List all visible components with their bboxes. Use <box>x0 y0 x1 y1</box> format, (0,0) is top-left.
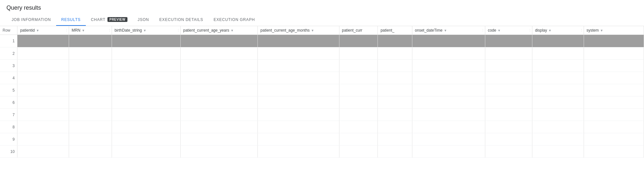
table-cell <box>69 35 112 47</box>
col-header-mrn[interactable]: MRN ▼ ⋮ <box>69 26 112 35</box>
col-header-display[interactable]: display ▼ ⋮ <box>532 26 584 35</box>
table-cell <box>339 133 378 146</box>
table-cell <box>532 146 584 158</box>
table-row: 6 <box>0 96 644 109</box>
table-cell <box>69 96 112 109</box>
sort-icon-patientid: ▼ <box>36 29 39 32</box>
table-cell <box>180 72 257 84</box>
table-cell <box>412 60 485 72</box>
tab-job-information[interactable]: JOB INFORMATION <box>6 14 56 26</box>
table-cell <box>180 35 257 47</box>
col-birthdate-label: birthDate_string <box>115 28 142 33</box>
table-cell <box>532 60 584 72</box>
table-cell <box>485 72 532 84</box>
tab-results[interactable]: RESULTS <box>56 14 86 26</box>
sort-icon-display: ▼ <box>548 29 552 32</box>
col-age-months-label: patient_current_age_months <box>260 28 310 33</box>
table-cell <box>412 47 485 60</box>
table-cell <box>17 133 69 146</box>
table-cell <box>532 121 584 133</box>
sort-icon-age-months: ▼ <box>311 29 314 32</box>
col-onset-label: onset_dateTime <box>415 28 443 33</box>
col-header-system[interactable]: system ▼ <box>584 26 644 35</box>
table-cell <box>378 84 412 96</box>
resize-handle-birthdate[interactable]: ⋮ <box>176 28 178 33</box>
table-cell <box>584 35 644 47</box>
table-cell <box>112 35 180 47</box>
table-cell <box>258 146 339 158</box>
cell-value-block <box>412 35 485 47</box>
sort-icon-age-years: ▼ <box>230 29 234 32</box>
table-cell <box>378 72 412 84</box>
sort-icon-onset: ▼ <box>444 29 447 32</box>
resize-handle-onset[interactable]: ⋮ <box>481 28 482 33</box>
table-cell <box>584 96 644 109</box>
col-header-onset[interactable]: onset_dateTime ▼ ⋮ <box>412 26 485 35</box>
col-curr2-label: patient_ <box>380 28 394 33</box>
row-number-cell: 7 <box>0 109 17 121</box>
col-mrn-label: MRN <box>72 28 80 33</box>
table-cell <box>339 96 378 109</box>
table-cell <box>258 84 339 96</box>
resize-handle-display[interactable]: ⋮ <box>580 28 581 33</box>
table-cell <box>378 35 412 47</box>
table-cell <box>584 133 644 146</box>
col-header-row: Row <box>0 26 17 35</box>
table-cell <box>339 109 378 121</box>
table-cell <box>378 121 412 133</box>
tab-job-information-label: JOB INFORMATION <box>12 17 51 22</box>
col-header-patientid[interactable]: patientid ▼ ⋮ <box>17 26 69 35</box>
row-number-cell: 8 <box>0 121 17 133</box>
tab-json-label: JSON <box>138 17 149 22</box>
row-number-cell: 2 <box>0 47 17 60</box>
resize-handle-code[interactable]: ⋮ <box>528 28 529 33</box>
sort-icon-system: ▼ <box>600 29 603 32</box>
table-row: 5 <box>0 84 644 96</box>
row-number-cell: 6 <box>0 96 17 109</box>
cell-value-block <box>181 35 257 47</box>
table-cell <box>69 60 112 72</box>
sort-icon-code: ▼ <box>498 29 501 32</box>
table-cell <box>378 60 412 72</box>
table-cell <box>584 121 644 133</box>
resize-handle-mrn[interactable]: ⋮ <box>108 28 109 33</box>
table-cell <box>584 60 644 72</box>
resize-handle-patientid[interactable]: ⋮ <box>65 28 66 33</box>
table-cell <box>339 35 378 47</box>
col-header-age-months[interactable]: patient_current_age_months ▼ <box>258 26 339 35</box>
table-cell <box>17 72 69 84</box>
cell-value-block <box>339 35 378 47</box>
table-cell <box>258 96 339 109</box>
table-cell <box>258 47 339 60</box>
table-cell <box>485 146 532 158</box>
table-cell <box>339 72 378 84</box>
col-header-age-years[interactable]: patient_current_age_years ▼ <box>180 26 257 35</box>
tab-json[interactable]: JSON <box>133 14 154 26</box>
tab-execution-graph[interactable]: EXECUTION GRAPH <box>208 14 260 26</box>
table-cell <box>485 47 532 60</box>
table-cell <box>378 146 412 158</box>
table-cell <box>532 72 584 84</box>
table-cell <box>485 60 532 72</box>
table-cell <box>412 109 485 121</box>
page-title: Query results <box>0 0 644 14</box>
preview-badge: PREVIEW <box>107 17 127 22</box>
col-header-birthdate[interactable]: birthDate_string ▼ ⋮ <box>112 26 180 35</box>
table-cell <box>412 121 485 133</box>
col-header-code[interactable]: code ▼ ⋮ <box>485 26 532 35</box>
cell-value-block <box>378 35 412 47</box>
tab-chart[interactable]: CHART PREVIEW <box>86 14 133 26</box>
results-table: Row patientid ▼ ⋮ MRN ▼ ⋮ <box>0 26 644 158</box>
sort-icon-birthdate: ▼ <box>143 29 146 32</box>
tab-execution-details-label: EXECUTION DETAILS <box>159 17 203 22</box>
tab-execution-details[interactable]: EXECUTION DETAILS <box>154 14 208 26</box>
col-display-label: display <box>535 28 547 33</box>
col-system-label: system <box>587 28 599 33</box>
col-patientid-label: patientid <box>20 28 35 33</box>
row-number-cell: 5 <box>0 84 17 96</box>
table-cell <box>112 96 180 109</box>
table-cell <box>412 84 485 96</box>
table-cell <box>258 60 339 72</box>
table-cell <box>485 109 532 121</box>
table-cell <box>485 96 532 109</box>
